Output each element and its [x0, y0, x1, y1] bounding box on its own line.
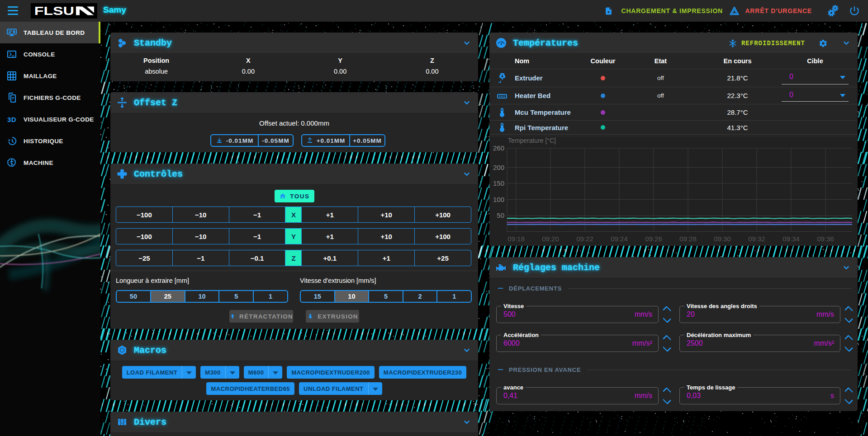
svg-text:09:22: 09:22	[576, 235, 593, 243]
svg-text:100: 100	[493, 196, 504, 203]
svg-text:200: 200	[493, 164, 504, 171]
svg-text:FLSU: FLSU	[34, 5, 74, 17]
svg-text:150: 150	[493, 179, 504, 187]
svg-text:50: 50	[497, 211, 504, 219]
svg-text:09:32: 09:32	[748, 235, 765, 243]
svg-text:09:34: 09:34	[783, 235, 800, 243]
svg-text:09:30: 09:30	[714, 235, 731, 243]
svg-text:260: 260	[493, 144, 504, 152]
svg-text:3D: 3D	[7, 116, 16, 123]
svg-text:09:36: 09:36	[817, 235, 834, 243]
svg-text:09:26: 09:26	[645, 235, 662, 243]
svg-text:09:18: 09:18	[508, 235, 525, 243]
svg-text:Temperature [°C]: Temperature [°C]	[508, 137, 556, 144]
svg-text:09:20: 09:20	[542, 235, 559, 243]
svg-text:09:24: 09:24	[611, 235, 628, 243]
svg-text:09:28: 09:28	[679, 235, 697, 243]
